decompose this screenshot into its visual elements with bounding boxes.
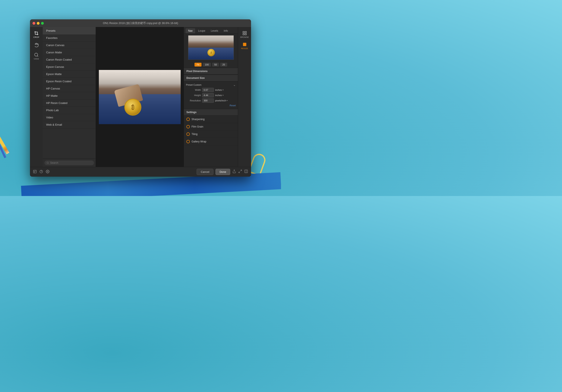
preset-hp-resin-coated[interactable]: HP Resin Coated [43, 99, 96, 107]
svg-rect-6 [243, 34, 244, 35]
thumbnail-area [184, 34, 238, 61]
crop-tool[interactable]: CROP [30, 29, 43, 40]
close-button[interactable] [33, 22, 35, 25]
zoom-fit[interactable]: Fit [195, 63, 201, 67]
maximize-button[interactable] [41, 22, 44, 25]
photo-preview [99, 70, 181, 124]
main-window: ON1 Resize 2018 (放口袋里的硬币 copy.psd @ 38.6… [30, 19, 251, 177]
zoom-50[interactable]: 50 [212, 63, 219, 67]
height-unit-label: inches [215, 94, 222, 96]
tab-loupe[interactable]: Loupe [196, 28, 208, 33]
left-icon-sidebar: CROP VIEW [30, 27, 43, 167]
layout-toggle-button[interactable] [244, 169, 248, 174]
resolution-label: Resolution [186, 99, 201, 102]
height-input[interactable] [202, 93, 214, 97]
share-button[interactable] [232, 169, 236, 174]
minimize-button[interactable] [37, 22, 40, 25]
resolution-input[interactable] [202, 98, 214, 103]
bottom-bar: Cancel Done [30, 167, 251, 177]
help-icon[interactable] [39, 170, 43, 174]
width-input[interactable] [202, 88, 214, 92]
preset-row: Preset Custom ⌄ [186, 83, 236, 86]
preset-canon-canvas[interactable]: Canon Canvas [43, 42, 96, 49]
preset-video[interactable]: Video [43, 114, 96, 121]
resize-label: RESIZE [241, 48, 248, 49]
presets-header: Presets [43, 27, 96, 35]
svg-rect-7 [245, 34, 246, 35]
view-tool[interactable]: VIEW [30, 51, 43, 62]
preset-epson-canvas[interactable]: Epson Canvas [43, 63, 96, 71]
width-label: Width [186, 89, 201, 91]
tiling-item[interactable]: Tiling [184, 131, 238, 138]
preset-dropdown-arrow[interactable]: ⌄ [233, 83, 236, 86]
browse-label: BROWSE [240, 36, 249, 38]
preset-custom-label: Preset Custom [186, 83, 201, 86]
browse-button[interactable]: BROWSE [238, 29, 251, 40]
view-label: VIEW [34, 58, 39, 60]
resolution-unit: pixels/inch ▾ [215, 99, 228, 102]
settings-header: Settings [184, 109, 238, 116]
nav-tabs: Nav Loupe Levels Info [184, 27, 238, 34]
preset-web-email[interactable]: Web & Email [43, 121, 96, 128]
presets-list: Favorites Canon Canvas Canon Matte Canon… [43, 35, 96, 159]
right-panel: Nav Loupe Levels Info Fit 100 50 25 Pix [184, 27, 238, 167]
preset-hp-matte[interactable]: HP Matte [43, 92, 96, 99]
preset-canon-matte[interactable]: Canon Matte [43, 49, 96, 56]
gallery-wrap-item[interactable]: Gallery Wrap [184, 138, 238, 145]
tab-info[interactable]: Info [221, 28, 230, 33]
sharpening-label: Sharpening [191, 118, 204, 121]
svg-line-17 [241, 170, 242, 171]
resolution-unit-label: pixels/inch [215, 99, 226, 102]
preset-epson-matte[interactable]: Epson Matte [43, 71, 96, 78]
svg-rect-5 [245, 31, 246, 33]
search-wrapper [44, 161, 94, 165]
gallery-wrap-label: Gallery Wrap [191, 140, 206, 143]
preset-canon-resin-coated[interactable]: Canon Resin Coated [43, 56, 96, 63]
done-button[interactable]: Done [216, 169, 230, 175]
transform-button[interactable] [238, 169, 242, 174]
thumb-coin [208, 49, 215, 56]
width-unit-arrow[interactable]: ▾ [222, 89, 224, 91]
search-input[interactable] [50, 161, 92, 164]
height-unit-arrow[interactable]: ▾ [222, 94, 224, 96]
photo-inner [99, 70, 181, 124]
bottom-right-controls: Cancel Done [197, 169, 248, 175]
svg-line-18 [239, 172, 240, 173]
tab-levels[interactable]: Levels [208, 28, 221, 33]
reset-link[interactable]: Reset [186, 104, 236, 107]
height-row: Height inches ▾ [186, 93, 236, 97]
tiling-icon [187, 132, 190, 136]
preset-favorites[interactable]: Favorites [43, 35, 96, 42]
resolution-row: Resolution pixels/inch ▾ [186, 98, 236, 103]
resolution-unit-arrow[interactable]: ▾ [227, 99, 228, 102]
width-unit-label: inches [215, 89, 222, 91]
width-row: Width inches ▾ [186, 88, 236, 92]
film-grain-item[interactable]: Film Grain [184, 123, 238, 131]
hand-tool[interactable] [30, 41, 43, 50]
preset-photo-lab[interactable]: Photo Lab [43, 107, 96, 114]
resize-button[interactable]: R RESIZE [238, 40, 251, 51]
zoom-controls: Fit 100 50 25 [184, 61, 238, 68]
crop-label: CROP [33, 36, 39, 38]
cancel-button[interactable]: Cancel [197, 169, 213, 175]
layout-icon[interactable] [33, 170, 37, 174]
right-icon-panel: BROWSE R RESIZE [238, 27, 251, 167]
svg-rect-10 [33, 170, 36, 173]
document-size-header: Document Size [184, 75, 238, 82]
svg-point-0 [35, 53, 38, 56]
film-grain-label: Film Grain [191, 125, 203, 128]
preset-epson-resin-coated[interactable]: Epson Resin Coated [43, 78, 96, 85]
thumbnail-image [188, 35, 234, 60]
zoom-100[interactable]: 100 [203, 63, 211, 67]
tab-nav[interactable]: Nav [186, 28, 195, 33]
bottom-left-controls [33, 170, 49, 174]
svg-point-2 [47, 162, 48, 164]
search-icon [47, 162, 49, 164]
height-unit: inches ▾ [215, 94, 224, 96]
preset-hp-canvas[interactable]: HP Canvas [43, 85, 96, 92]
settings-icon[interactable] [46, 170, 49, 174]
pixel-dimensions-header: Pixel Dimensions [184, 68, 238, 75]
svg-point-15 [47, 171, 48, 172]
sharpening-item[interactable]: Sharpening [184, 116, 238, 123]
zoom-25[interactable]: 25 [220, 63, 227, 67]
